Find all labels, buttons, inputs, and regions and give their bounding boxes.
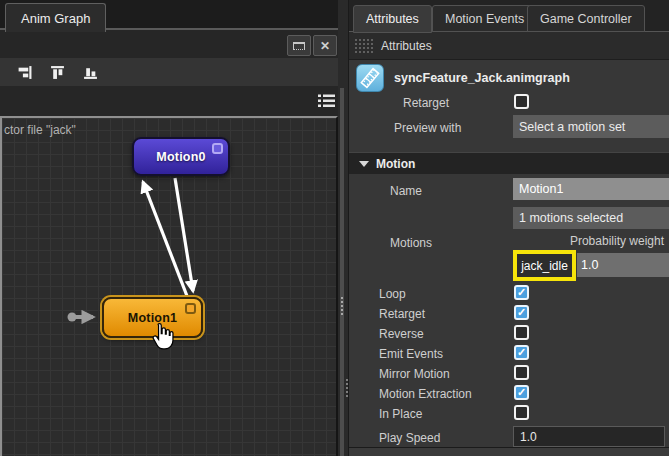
entry-point-arrow — [68, 313, 94, 322]
preview-with-label: Preview with — [394, 121, 461, 135]
probability-weight-header: Probability weight — [570, 234, 664, 248]
attributes-panel: Attributes Motion Events Game Controller… — [348, 0, 669, 456]
play-speed-value: 1.0 — [520, 430, 537, 444]
motion-set-dropdown-value: Select a motion set — [519, 120, 625, 134]
motions-selected-button[interactable]: 1 motions selected — [513, 207, 669, 229]
tab-game-controller[interactable]: Game Controller — [527, 5, 645, 32]
transition-motion0-to-motion1[interactable] — [175, 178, 193, 291]
name-label: Name — [390, 184, 422, 198]
attributes-tab-bar: Attributes Motion Events Game Controller — [349, 0, 669, 32]
panel-splitter[interactable] — [338, 0, 348, 456]
attributes-pane-title: Attributes — [381, 39, 432, 53]
attributes-content: syncFeature_Jack.animgraph Retarget Prev… — [349, 60, 669, 456]
tab-attributes-label: Attributes — [366, 12, 419, 26]
close-panel-button[interactable]: ✕ — [313, 35, 337, 56]
tab-attributes[interactable]: Attributes — [353, 5, 432, 33]
node-motion0-label: Motion0 — [156, 150, 205, 164]
animgraph-file-badge — [356, 64, 384, 92]
tab-motion-events[interactable]: Motion Events — [432, 5, 537, 32]
motion-extraction-label: Motion Extraction — [379, 387, 472, 401]
anim-graph-panel: Anim Graph ✕ — [0, 0, 338, 456]
name-input-value: Motion1 — [519, 182, 563, 196]
graph-view-header — [0, 86, 338, 116]
transition-motion1-to-motion0[interactable] — [143, 182, 187, 296]
tab-anim-graph[interactable]: Anim Graph — [5, 3, 106, 32]
actor-file-note: ctor file "jack" — [4, 123, 76, 137]
emit-events-checkbox[interactable] — [514, 345, 529, 360]
in-place-checkbox[interactable] — [514, 405, 529, 420]
anim-graph-canvas[interactable]: ctor file "jack" — [0, 116, 338, 456]
restore-panel-button[interactable] — [287, 35, 311, 56]
close-icon: ✕ — [320, 39, 330, 53]
loop-label: Loop — [379, 287, 406, 301]
align-right-icon — [17, 65, 32, 80]
node-motion0-badge-icon — [212, 143, 223, 154]
motion-section-header[interactable]: Motion — [349, 152, 669, 174]
play-speed-label: Play Speed — [379, 431, 440, 445]
hand-cursor-icon — [150, 322, 175, 351]
tab-motion-events-label: Motion Events — [445, 12, 524, 26]
graph-alignment-toolbar — [0, 58, 338, 86]
emit-events-label: Emit Events — [379, 347, 443, 361]
tab-game-controller-label: Game Controller — [540, 12, 632, 26]
motion-name-value: jack_idle — [521, 259, 568, 273]
drag-grip-icon — [354, 38, 374, 53]
reverse-label: Reverse — [379, 327, 424, 341]
motion-set-dropdown[interactable]: Select a motion set — [513, 115, 669, 138]
splitter-grip-icon — [340, 296, 344, 316]
reverse-checkbox[interactable] — [514, 325, 529, 340]
retarget-top-checkbox[interactable] — [514, 94, 529, 109]
loop-checkbox[interactable] — [514, 285, 529, 300]
align-right-button[interactable] — [16, 64, 32, 80]
anim-graph-tab-bar: Anim Graph — [0, 0, 338, 30]
in-place-label: In Place — [379, 407, 422, 421]
motion-name-highlight[interactable]: jack_idle — [513, 250, 576, 281]
node-motion1-badge-icon — [185, 303, 196, 314]
name-input[interactable]: Motion1 — [513, 178, 669, 200]
animation-editor-window: Anim Graph ✕ — [0, 0, 669, 456]
anim-graph-panel-header: ✕ — [0, 30, 338, 58]
retarget-top-label: Retarget — [403, 96, 449, 110]
tab-anim-graph-label: Anim Graph — [21, 11, 90, 26]
animgraph-file-title: syncFeature_Jack.animgraph — [394, 71, 570, 85]
node-list-button[interactable] — [318, 94, 335, 111]
align-bottom-icon — [83, 65, 98, 80]
probability-weight-value: 1.0 — [581, 258, 598, 272]
retarget-label: Retarget — [379, 307, 425, 321]
align-bottom-button[interactable] — [82, 64, 98, 80]
panel-bottom-strip — [349, 447, 669, 456]
list-icon — [318, 94, 335, 108]
node-motion0[interactable]: Motion0 — [132, 137, 230, 176]
splitter-bar[interactable] — [340, 88, 344, 456]
attributes-pane-header[interactable]: Attributes — [349, 32, 669, 60]
collapse-triangle-icon — [359, 161, 369, 167]
mirror-motion-checkbox[interactable] — [514, 365, 529, 380]
probability-weight-input[interactable]: 1.0 — [577, 253, 669, 277]
motions-label: Motions — [390, 236, 432, 250]
retarget-checkbox[interactable] — [514, 305, 529, 320]
mirror-motion-label: Mirror Motion — [379, 367, 450, 381]
play-speed-input[interactable]: 1.0 — [513, 426, 665, 447]
align-top-button[interactable] — [49, 64, 65, 80]
align-top-icon — [50, 65, 65, 80]
animgraph-film-icon — [355, 63, 386, 94]
restore-icon — [293, 42, 305, 50]
motion-section-title: Motion — [376, 157, 415, 171]
motions-selected-label: 1 motions selected — [519, 211, 623, 225]
motion-extraction-checkbox[interactable] — [514, 385, 529, 400]
